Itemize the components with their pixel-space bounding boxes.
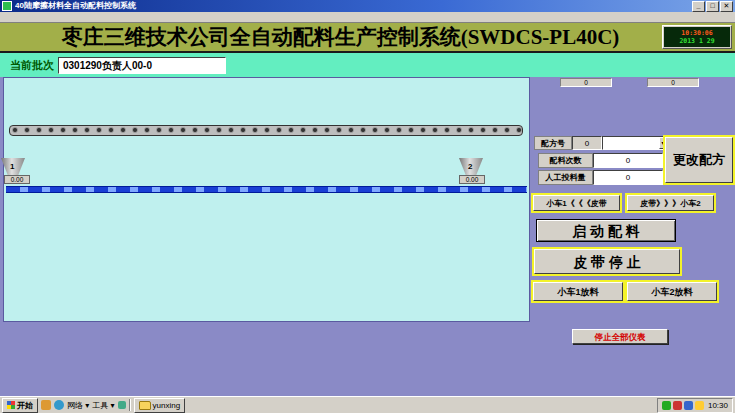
current-batch-label: 当前批次 xyxy=(10,58,54,73)
times-value[interactable]: 0 xyxy=(593,153,663,168)
folder-icon xyxy=(139,401,151,410)
control-panel: 0 0 配方号 0 ▾ 配料次数 0 人工投料量 0 更改配方 小车1《《《皮带… xyxy=(530,77,735,396)
process-area: 1 0.00 2 0.00 xyxy=(3,77,530,322)
minimize-button[interactable]: _ xyxy=(692,1,705,12)
batch-counter-2: 0 xyxy=(647,78,699,87)
clock-date: 2013 1 29 xyxy=(679,37,714,45)
windows-logo-icon xyxy=(7,401,15,409)
maximize-button[interactable]: □ xyxy=(706,1,719,12)
clock-time: 10:30:06 xyxy=(681,29,712,37)
current-batch-input[interactable]: 0301290负责人00-0 xyxy=(58,57,226,74)
stop-all-meters-button[interactable]: 停止全部仪表 xyxy=(572,329,668,344)
car1-to-belt-button[interactable]: 小车1《《《皮带 xyxy=(533,195,620,211)
taskbar-toolbar-tools[interactable]: 工具 ▾ xyxy=(92,400,114,411)
folder-toolbar[interactable]: yunxing xyxy=(134,398,186,413)
car1-number: 1 xyxy=(10,162,14,171)
window-titlebar: 40陆摩擦材料全自动配料控制系统 _ □ ✕ xyxy=(0,0,735,12)
taskbar-toolbar-net[interactable]: 网络 ▾ xyxy=(67,400,89,411)
belt-to-car2-button[interactable]: 皮带》》》小车2 xyxy=(627,195,714,211)
car2-weight: 0.00 xyxy=(459,175,485,184)
app-icon xyxy=(2,1,12,11)
batch-counter-1: 0 xyxy=(560,78,612,87)
tray-icon[interactable] xyxy=(662,401,671,410)
clock-display: 10:30:06 2013 1 29 xyxy=(662,25,732,49)
tray-icon[interactable] xyxy=(684,401,693,410)
close-button[interactable]: ✕ xyxy=(720,1,733,12)
conveyor-belt xyxy=(9,125,523,136)
recipe-no-value: 0 xyxy=(572,136,602,150)
start-menu-button[interactable]: 开始 xyxy=(2,398,38,413)
car2-number: 2 xyxy=(468,162,472,171)
menu-bar xyxy=(0,12,735,23)
car1-weight: 0.00 xyxy=(4,175,30,184)
taskbar: 开始 网络 ▾ 工具 ▾ yunxing 10:30 xyxy=(0,396,735,413)
car1-discharge-button[interactable]: 小车1放料 xyxy=(533,282,623,301)
quicklaunch-icon[interactable] xyxy=(118,401,126,409)
screen: 40陆摩擦材料全自动配料控制系统 _ □ ✕ 枣庄三维技术公司全自动配料生产控制… xyxy=(0,0,735,413)
page-title: 枣庄三维技术公司全自动配料生产控制系统(SWDCS-PL40C) xyxy=(30,23,651,51)
belt-stop-button[interactable]: 皮 带 停 止 xyxy=(534,249,680,274)
manual-feed-label: 人工投料量 xyxy=(538,170,593,185)
quicklaunch-icon[interactable] xyxy=(41,400,51,410)
system-tray: 10:30 xyxy=(657,398,733,413)
change-recipe-button[interactable]: 更改配方 xyxy=(665,137,733,183)
taskbar-separator xyxy=(129,399,131,411)
manual-feed-value[interactable]: 0 xyxy=(593,170,663,185)
tray-icon[interactable] xyxy=(673,401,682,410)
times-label: 配料次数 xyxy=(538,153,593,168)
recipe-combo[interactable]: ▾ xyxy=(602,136,668,150)
start-batching-button[interactable]: 启 动 配 料 xyxy=(536,219,676,242)
recipe-no-label: 配方号 xyxy=(534,136,572,150)
car2-discharge-button[interactable]: 小车2放料 xyxy=(627,282,717,301)
tray-clock: 10:30 xyxy=(708,401,728,410)
banner: 枣庄三维技术公司全自动配料生产控制系统(SWDCS-PL40C) 10:30:0… xyxy=(0,23,735,53)
feed-pipe xyxy=(6,186,527,193)
quicklaunch-icon[interactable] xyxy=(54,400,64,410)
tray-icon[interactable] xyxy=(695,401,704,410)
window-title: 40陆摩擦材料全自动配料控制系统 xyxy=(15,0,691,12)
workspace: 1 0.00 2 0.00 0 0 配方号 0 ▾ xyxy=(0,77,735,396)
nav-row: 当前批次 0301290负责人00-0 xyxy=(0,53,735,77)
